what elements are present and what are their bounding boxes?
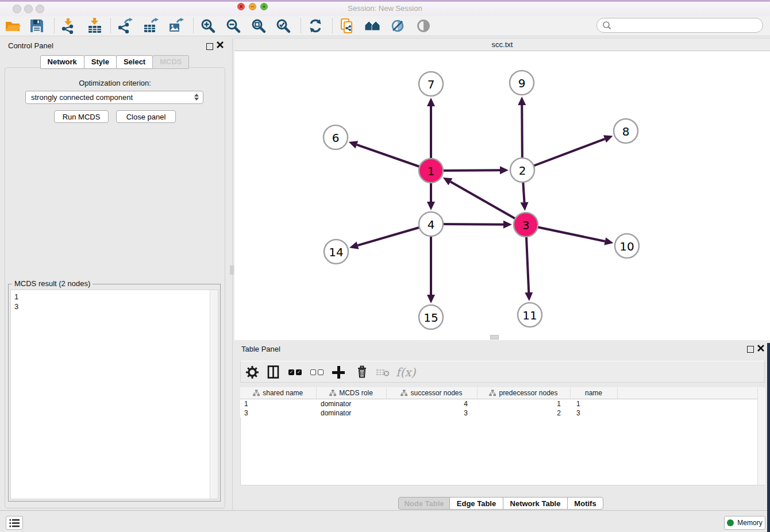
- clone-network-icon[interactable]: [339, 18, 355, 34]
- delete-table-icon-disabled: [375, 364, 391, 380]
- table-toolbar: ✓✓ f(x): [240, 361, 765, 383]
- save-session-icon[interactable]: [29, 18, 45, 34]
- graph-node-label-3: 3: [522, 218, 530, 232]
- mcds-result-text: 1 3: [14, 292, 18, 311]
- table-cell[interactable]: 3: [240, 408, 316, 418]
- tab-style[interactable]: Style: [84, 55, 117, 69]
- table-cell[interactable]: 2: [477, 408, 570, 418]
- zoom-in-icon[interactable]: [200, 18, 216, 34]
- mcds-result-title: MCDS result (2 nodes): [12, 279, 93, 288]
- control-panel-close-icon[interactable]: [216, 41, 224, 51]
- import-table-icon[interactable]: [87, 18, 103, 34]
- zoom-out-icon[interactable]: [225, 18, 241, 34]
- table-settings-gear-icon[interactable]: [244, 364, 260, 380]
- graph-node-label-7: 7: [428, 78, 435, 91]
- edge-arrowhead-1-4: [427, 202, 435, 210]
- table-cell[interactable]: 1: [570, 399, 617, 409]
- table-cell[interactable]: dominator: [316, 399, 386, 409]
- column-type-icon: [489, 390, 496, 396]
- export-network-icon[interactable]: [117, 18, 133, 34]
- table-cell[interactable]: 4: [386, 399, 477, 409]
- column-header-successor-nodes[interactable]: successor nodes: [386, 387, 477, 399]
- tab-node-table[interactable]: Node Table: [398, 497, 450, 510]
- show-graphics-details-icon[interactable]: [415, 18, 432, 34]
- title-bar: Session: New Session: [0, 0, 770, 17]
- mcds-result-scrollbar[interactable]: [210, 290, 218, 499]
- canvas-splitter-grip[interactable]: [490, 335, 499, 340]
- create-column-icon[interactable]: [332, 364, 348, 380]
- home-layout-icon[interactable]: [364, 18, 380, 34]
- select-all-columns-icon[interactable]: ✓✓: [288, 364, 304, 380]
- open-session-icon[interactable]: [5, 18, 21, 34]
- graph-node-label-6: 6: [332, 131, 340, 145]
- table-row: 3dominator323: [240, 408, 765, 418]
- run-mcds-button[interactable]: Run MCDS: [54, 110, 109, 123]
- network-title: scc.txt: [234, 40, 770, 49]
- import-network-icon[interactable]: [60, 18, 76, 34]
- table-scrollbar[interactable]: [757, 388, 765, 485]
- panel-splitter-grip[interactable]: [230, 265, 234, 275]
- window-title: Session: New Session: [0, 4, 770, 13]
- table-cell[interactable]: 3: [386, 408, 477, 418]
- export-image-icon[interactable]: [168, 18, 184, 34]
- close-panel-button[interactable]: Close panel: [116, 110, 176, 123]
- toolbar-separator: [301, 18, 301, 33]
- show-columns-icon[interactable]: [265, 364, 282, 380]
- table-panel-float-icon[interactable]: [747, 346, 754, 353]
- network-canvas[interactable]: 7968124314101511: [234, 51, 770, 340]
- edge-2-8[interactable]: [522, 139, 605, 170]
- mcds-result-area[interactable]: 1 3: [10, 290, 218, 499]
- graph-node-label-4: 4: [428, 218, 435, 232]
- table-cell[interactable]: 3: [570, 408, 617, 418]
- table-cell[interactable]: 1: [240, 399, 316, 409]
- list-icon: [7, 515, 22, 530]
- edge-arrowhead-2-9: [518, 97, 526, 105]
- graph-node-label-8: 8: [622, 125, 630, 138]
- search-icon: [602, 20, 612, 30]
- tab-network[interactable]: Network: [40, 55, 84, 69]
- network-zoom-icon[interactable]: +: [260, 3, 268, 10]
- edge-arrowhead-1-6: [349, 141, 358, 148]
- unselect-all-columns-icon[interactable]: [310, 364, 326, 380]
- memory-button[interactable]: Memory: [724, 516, 765, 530]
- table-panel-close-icon[interactable]: [757, 344, 765, 354]
- table-cell[interactable]: dominator: [316, 408, 386, 418]
- tab-network-table[interactable]: Network Table: [503, 497, 568, 510]
- column-header-name[interactable]: name: [570, 387, 617, 399]
- refresh-layout-icon[interactable]: [307, 18, 324, 34]
- zoom-selected-icon[interactable]: [275, 18, 291, 34]
- zoom-fit-icon[interactable]: [251, 18, 267, 34]
- edge-arrowhead-2-3: [521, 202, 529, 211]
- toolbar-separator: [332, 18, 333, 33]
- main-toolbar: [0, 16, 770, 36]
- edge-3-1[interactable]: [451, 182, 526, 225]
- control-panel-tabs: NetworkStyleSelectMCDS: [0, 55, 230, 69]
- edge-arrowhead-1-2: [500, 166, 509, 174]
- network-close-icon[interactable]: ×: [237, 3, 245, 10]
- select-stepper-icon: [194, 94, 199, 101]
- tab-select[interactable]: Select: [116, 55, 153, 69]
- edge-arrowhead-1-7: [427, 98, 435, 106]
- column-header-shared-name[interactable]: shared name: [240, 387, 316, 399]
- edge-arrowhead-3-10: [604, 237, 613, 245]
- delete-column-icon[interactable]: [354, 364, 370, 380]
- criterion-select[interactable]: strongly connected component: [25, 91, 203, 104]
- control-panel-float-icon[interactable]: [206, 43, 213, 50]
- toolbar-separator: [193, 18, 194, 33]
- column-header-MCDS-role[interactable]: MCDS role: [316, 387, 386, 399]
- show-panels-button[interactable]: [6, 516, 23, 530]
- table-cell[interactable]: 1: [477, 399, 570, 409]
- table-row: 1dominator411: [240, 399, 765, 409]
- graph-node-label-9: 9: [518, 76, 526, 90]
- network-graph: 7968124314101511: [234, 51, 770, 340]
- export-table-icon[interactable]: [143, 18, 159, 34]
- tab-mcds[interactable]: MCDS: [152, 55, 189, 69]
- network-minimize-icon[interactable]: −: [249, 3, 256, 10]
- column-header-predecessor-nodes[interactable]: predecessor nodes: [477, 387, 570, 399]
- tab-motifs[interactable]: Motifs: [567, 497, 603, 510]
- edge-arrowhead-4-3: [503, 221, 512, 229]
- search-input[interactable]: [596, 18, 763, 33]
- edge-arrowhead-4-15: [427, 295, 435, 303]
- hide-style-icon[interactable]: [390, 18, 406, 34]
- tab-edge-table[interactable]: Edge Table: [449, 497, 503, 510]
